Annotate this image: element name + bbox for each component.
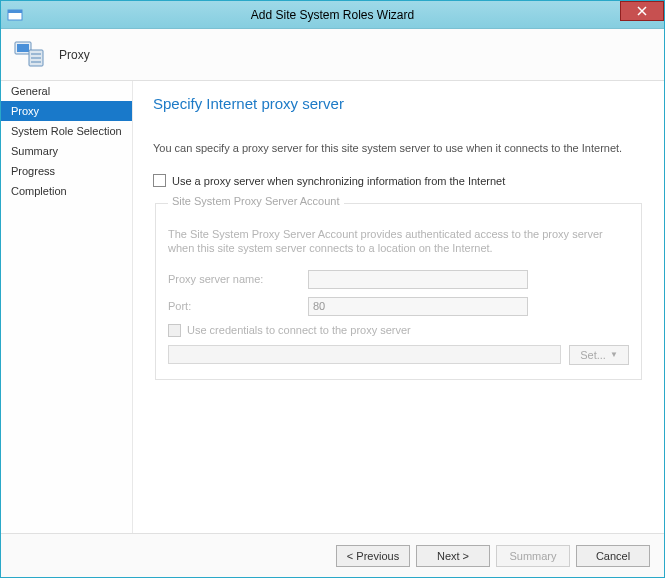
svg-rect-5 bbox=[31, 53, 41, 55]
cancel-label: Cancel bbox=[596, 550, 630, 562]
cancel-button[interactable]: Cancel bbox=[576, 545, 650, 567]
previous-label: < Previous bbox=[347, 550, 399, 562]
summary-label: Summary bbox=[509, 550, 556, 562]
wizard-window: Add Site System Roles Wizard Proxy Gener… bbox=[0, 0, 665, 578]
set-button-label: Set... bbox=[580, 349, 606, 361]
proxy-name-label: Proxy server name: bbox=[168, 273, 308, 285]
use-credentials-label: Use credentials to connect to the proxy … bbox=[187, 324, 411, 336]
use-proxy-label: Use a proxy server when synchronizing in… bbox=[172, 175, 505, 187]
sidebar-item-progress[interactable]: Progress bbox=[1, 161, 132, 181]
svg-rect-7 bbox=[31, 61, 41, 63]
group-title: Site System Proxy Server Account bbox=[168, 195, 344, 207]
use-proxy-checkbox[interactable] bbox=[153, 174, 166, 187]
sidebar-item-completion[interactable]: Completion bbox=[1, 181, 132, 201]
svg-rect-3 bbox=[17, 44, 29, 52]
proxy-account-group: Site System Proxy Server Account The Sit… bbox=[153, 197, 644, 380]
next-label: Next > bbox=[437, 550, 469, 562]
body: General Proxy System Role Selection Summ… bbox=[1, 81, 664, 533]
header: Proxy bbox=[1, 29, 664, 81]
port-input bbox=[308, 297, 528, 316]
use-credentials-checkbox bbox=[168, 324, 181, 337]
main-panel: Specify Internet proxy server You can sp… bbox=[133, 81, 664, 533]
use-credentials-row: Use credentials to connect to the proxy … bbox=[168, 324, 629, 337]
credentials-input bbox=[168, 345, 561, 364]
next-button[interactable]: Next > bbox=[416, 545, 490, 567]
set-credentials-button: Set... ▼ bbox=[569, 345, 629, 365]
sidebar-item-label: Proxy bbox=[11, 105, 39, 117]
sidebar-item-summary[interactable]: Summary bbox=[1, 141, 132, 161]
proxy-name-input bbox=[308, 270, 528, 289]
port-label: Port: bbox=[168, 300, 308, 312]
summary-button: Summary bbox=[496, 545, 570, 567]
proxy-server-icon bbox=[11, 36, 49, 74]
sidebar-item-label: Completion bbox=[11, 185, 67, 197]
sidebar-item-general[interactable]: General bbox=[1, 81, 132, 101]
sidebar-item-system-role-selection[interactable]: System Role Selection bbox=[1, 121, 132, 141]
titlebar: Add Site System Roles Wizard bbox=[1, 1, 664, 29]
sidebar-item-proxy[interactable]: Proxy bbox=[1, 101, 132, 121]
page-description: You can specify a proxy server for this … bbox=[153, 142, 644, 154]
sidebar-item-label: Progress bbox=[11, 165, 55, 177]
sidebar-item-label: General bbox=[11, 85, 50, 97]
previous-button[interactable]: < Previous bbox=[336, 545, 410, 567]
close-button[interactable] bbox=[620, 1, 664, 21]
window-title: Add Site System Roles Wizard bbox=[1, 8, 664, 22]
group-description: The Site System Proxy Server Account pro… bbox=[168, 227, 629, 256]
sidebar-item-label: System Role Selection bbox=[11, 125, 122, 137]
svg-rect-6 bbox=[31, 57, 41, 59]
sidebar: General Proxy System Role Selection Summ… bbox=[1, 81, 133, 533]
header-label: Proxy bbox=[59, 48, 90, 62]
chevron-down-icon: ▼ bbox=[610, 350, 618, 359]
page-title: Specify Internet proxy server bbox=[153, 95, 644, 112]
use-proxy-row[interactable]: Use a proxy server when synchronizing in… bbox=[153, 174, 644, 187]
sidebar-item-label: Summary bbox=[11, 145, 58, 157]
footer: < Previous Next > Summary Cancel bbox=[1, 533, 664, 577]
